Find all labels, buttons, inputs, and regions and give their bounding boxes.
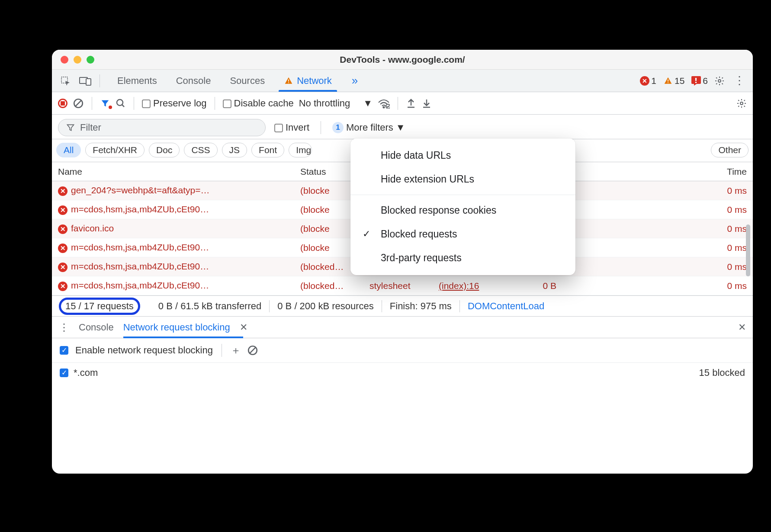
warning-icon bbox=[663, 77, 673, 85]
devtools-window: DevTools - www.google.com/ Elements Cons… bbox=[52, 50, 753, 474]
traffic-lights bbox=[52, 56, 94, 64]
drawer-kebab-icon[interactable]: ⋮ bbox=[59, 321, 69, 333]
svg-rect-9 bbox=[695, 82, 697, 83]
funnel-icon bbox=[66, 123, 75, 132]
transferred-stat: 0 B / 61.5 kB transferred bbox=[151, 300, 270, 312]
more-filters-badge: 1 bbox=[332, 122, 344, 133]
tabs-overflow-button[interactable]: » bbox=[345, 74, 365, 87]
blocking-pattern-row[interactable]: *.com 15 blocked bbox=[60, 363, 745, 383]
table-row[interactable]: ✕m=cdos,hsm,jsa,mb4ZUb,cEt90…(blocked…st… bbox=[52, 276, 753, 295]
menu-hide-extension-urls[interactable]: Hide extension URLs bbox=[350, 167, 575, 191]
maximize-window-button[interactable] bbox=[87, 56, 94, 64]
blocked-icon: ✕ bbox=[58, 205, 67, 215]
blocked-icon: ✕ bbox=[58, 244, 67, 253]
filter-toggle-icon[interactable] bbox=[100, 99, 110, 108]
error-icon: ✕ bbox=[640, 76, 649, 86]
network-conditions-icon[interactable] bbox=[378, 98, 390, 109]
check-icon: ✓ bbox=[363, 228, 370, 240]
record-button[interactable] bbox=[58, 99, 67, 108]
device-toggle-icon[interactable] bbox=[77, 73, 93, 89]
clear-button[interactable] bbox=[73, 98, 84, 109]
filter-input[interactable]: Filter bbox=[58, 119, 266, 136]
svg-rect-8 bbox=[695, 78, 697, 81]
chip-img[interactable]: Img bbox=[289, 143, 312, 157]
chip-other[interactable]: Other bbox=[711, 143, 749, 157]
tab-network[interactable]: Network bbox=[274, 70, 341, 92]
pattern-enabled-checkbox[interactable] bbox=[60, 369, 68, 377]
throttling-select[interactable]: No throttling▼ bbox=[299, 98, 373, 109]
domcontentloaded-stat: DOMContentLoad bbox=[460, 300, 552, 312]
svg-rect-2 bbox=[86, 79, 91, 85]
add-pattern-icon[interactable]: ＋ bbox=[231, 343, 241, 357]
invert-checkbox[interactable]: Invert bbox=[274, 122, 309, 133]
menu-blocked-response-cookies[interactable]: Blocked response cookies bbox=[350, 199, 575, 222]
message-count: 6 bbox=[703, 76, 708, 86]
chip-font[interactable]: Font bbox=[251, 143, 284, 157]
svg-point-13 bbox=[117, 99, 123, 106]
chip-all[interactable]: All bbox=[56, 143, 81, 157]
blocked-icon: ✕ bbox=[58, 263, 67, 272]
titlebar: DevTools - www.google.com/ bbox=[52, 50, 753, 70]
filter-bar: Filter Invert 1 More filters ▼ bbox=[52, 115, 753, 139]
close-drawer-icon[interactable]: ✕ bbox=[738, 322, 746, 333]
drawer-body: Enable network request blocking ＋ *.com … bbox=[52, 338, 753, 388]
menu-blocked-requests[interactable]: ✓ Blocked requests bbox=[350, 222, 575, 246]
svg-rect-5 bbox=[668, 79, 668, 81]
network-toolbar: Preserve log Disable cache No throttling… bbox=[52, 92, 753, 115]
resources-stat: 0 B / 200 kB resources bbox=[270, 300, 382, 312]
scrollbar-thumb[interactable] bbox=[746, 224, 750, 276]
svg-line-19 bbox=[249, 347, 256, 353]
download-har-icon[interactable] bbox=[421, 98, 432, 109]
issue-badges[interactable]: ✕1 15 6 bbox=[640, 76, 708, 86]
clear-patterns-icon[interactable] bbox=[247, 345, 258, 356]
menu-3rd-party-requests[interactable]: 3rd-party requests bbox=[350, 246, 575, 270]
chip-js[interactable]: JS bbox=[222, 143, 247, 157]
warning-icon bbox=[284, 77, 293, 85]
drawer-tab-console[interactable]: Console bbox=[79, 317, 114, 337]
window-title: DevTools - www.google.com/ bbox=[52, 54, 753, 65]
close-window-button[interactable] bbox=[61, 56, 68, 64]
svg-rect-3 bbox=[288, 79, 289, 81]
svg-point-10 bbox=[718, 80, 721, 82]
col-time[interactable]: Time bbox=[562, 167, 753, 177]
network-status-bar: 15 / 17 requests 0 B / 61.5 kB transferr… bbox=[52, 295, 753, 316]
inspect-element-icon[interactable] bbox=[57, 73, 74, 89]
settings-gear-icon[interactable] bbox=[711, 73, 728, 89]
tab-sources[interactable]: Sources bbox=[220, 70, 274, 92]
menu-hide-data-urls[interactable]: Hide data URLs bbox=[350, 144, 575, 167]
blocked-icon: ✕ bbox=[58, 186, 67, 196]
message-icon bbox=[691, 76, 701, 86]
drawer-tab-network-request-blocking[interactable]: Network request blocking bbox=[123, 317, 230, 337]
disable-cache-checkbox[interactable]: Disable cache bbox=[223, 98, 294, 109]
kebab-menu-icon[interactable]: ⋮ bbox=[731, 73, 748, 89]
search-icon[interactable] bbox=[116, 98, 126, 109]
blocked-icon: ✕ bbox=[58, 282, 67, 291]
tab-console[interactable]: Console bbox=[167, 70, 221, 92]
devtools-tabstrip: Elements Console Sources Network » ✕1 15… bbox=[52, 70, 753, 92]
tab-elements[interactable]: Elements bbox=[108, 70, 167, 92]
svg-rect-4 bbox=[288, 82, 289, 83]
col-name[interactable]: Name bbox=[52, 167, 294, 177]
close-drawer-tab-icon[interactable]: ✕ bbox=[240, 322, 247, 333]
filter-placeholder: Filter bbox=[80, 122, 101, 133]
finish-stat: Finish: 975 ms bbox=[382, 300, 460, 312]
svg-point-17 bbox=[740, 102, 743, 105]
svg-rect-6 bbox=[668, 82, 668, 83]
chip-css[interactable]: CSS bbox=[184, 143, 217, 157]
network-settings-gear-icon[interactable] bbox=[736, 98, 747, 109]
upload-har-icon[interactable] bbox=[406, 98, 416, 109]
preserve-log-checkbox[interactable]: Preserve log bbox=[142, 98, 207, 109]
chip-fetch-xhr[interactable]: Fetch/XHR bbox=[85, 143, 145, 157]
more-filters-dropdown[interactable]: 1 More filters ▼ bbox=[332, 122, 405, 133]
warning-count: 15 bbox=[675, 76, 684, 86]
pattern-blocked-count: 15 blocked bbox=[699, 367, 745, 378]
drawer-header: ⋮ Console Network request blocking ✕ ✕ bbox=[52, 316, 753, 338]
enable-blocking-checkbox[interactable]: Enable network request blocking bbox=[60, 345, 213, 356]
chip-doc[interactable]: Doc bbox=[149, 143, 180, 157]
pattern-text: *.com bbox=[74, 367, 98, 378]
minimize-window-button[interactable] bbox=[74, 56, 81, 64]
requests-count-highlight: 15 / 17 requests bbox=[59, 298, 140, 315]
svg-point-15 bbox=[383, 106, 385, 108]
svg-line-12 bbox=[75, 100, 81, 106]
more-filters-menu: Hide data URLs Hide extension URLs Block… bbox=[350, 138, 575, 275]
